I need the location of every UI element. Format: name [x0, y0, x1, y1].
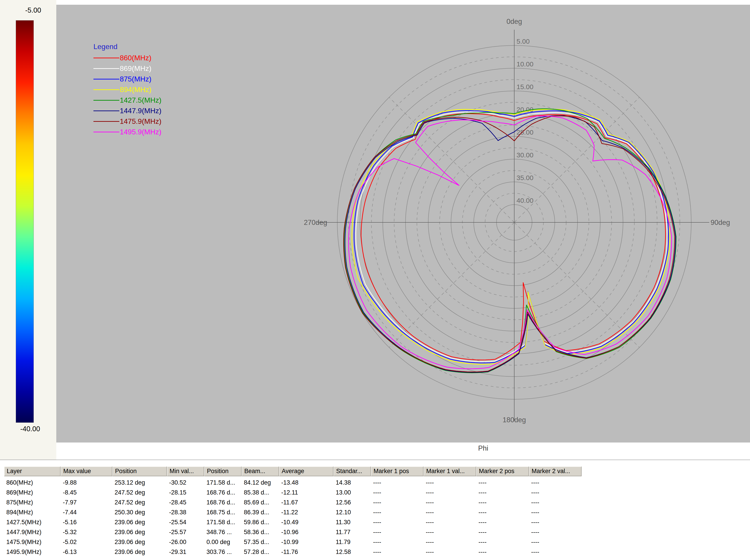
table-cell: ---- [529, 539, 581, 546]
table-cell: ---- [476, 529, 529, 536]
column-header-3[interactable]: Min val... [167, 466, 204, 476]
radial-tick-label: 15.00 [516, 83, 533, 91]
table-cell: -5.02 [61, 539, 112, 546]
table-cell: 57.35 d... [242, 539, 279, 546]
table-cell: -10.99 [279, 539, 333, 546]
table-cell: ---- [476, 499, 529, 506]
grid-radial-dashed [514, 222, 639, 347]
column-header-8[interactable]: Marker 1 pos [371, 466, 423, 476]
legend-line-swatch [94, 58, 119, 58]
table-cell: -11.76 [279, 548, 333, 556]
table-row[interactable]: 1495.9(MHz)-6.13239.06 deg-29.31303.76 .… [4, 547, 581, 557]
table-cell: -6.13 [61, 548, 112, 556]
column-header-6[interactable]: Average [279, 466, 333, 476]
table-row[interactable]: 875(MHz)-7.97247.52 deg-28.45168.76 d...… [4, 497, 581, 507]
series-trace-869(MHz) [356, 112, 667, 361]
table-cell: 250.30 deg [112, 509, 167, 516]
angle-label: 90deg [711, 219, 730, 226]
table-cell: -10.49 [279, 519, 333, 526]
radial-tick-label: 40.00 [516, 197, 533, 204]
table-cell: 303.76 ... [204, 548, 242, 556]
table-cell: 171.58 d... [204, 519, 242, 526]
table-cell: 168.76 d... [204, 499, 242, 506]
table-cell: 168.75 d... [204, 509, 242, 516]
table-cell: 253.12 deg [112, 479, 167, 486]
column-header-0[interactable]: Layer [4, 466, 61, 476]
table-cell: 1447.9(MHz) [4, 529, 61, 536]
legend-line-swatch [94, 111, 119, 111]
legend-item-label: 869(MHz) [120, 64, 151, 73]
legend-item: 1427.5(MHz) [94, 95, 161, 105]
table-cell: 860(MHz) [4, 479, 61, 486]
table-cell: ---- [476, 509, 529, 516]
results-table: 860(MHz)-9.88253.12 deg-30.52171.58 d...… [4, 478, 581, 557]
column-header-1[interactable]: Max value [61, 466, 112, 476]
column-header-9[interactable]: Marker 1 val... [423, 466, 476, 476]
table-row[interactable]: 869(MHz)-8.45247.52 deg-28.15168.76 d...… [4, 487, 581, 497]
table-row[interactable]: 1427.5(MHz)-5.16239.06 deg-25.54171.58 d… [4, 517, 581, 527]
table-cell: ---- [529, 479, 581, 486]
column-header-4[interactable]: Position [204, 466, 242, 476]
legend-item-label: 1447.9(MHz) [120, 107, 161, 115]
legend-line-swatch [94, 121, 119, 122]
table-cell: ---- [423, 499, 476, 506]
legend-item: 1495.9(MHz) [94, 127, 161, 137]
legend-item-label: 1427.5(MHz) [120, 96, 161, 104]
table-cell: 13.00 [333, 489, 371, 496]
column-header-7[interactable]: Standar... [333, 466, 371, 476]
legend-line-swatch [94, 89, 119, 90]
table-cell: 59.86 d... [242, 519, 279, 526]
table-cell: 869(MHz) [4, 489, 61, 496]
table-cell: 85.38 d... [242, 489, 279, 496]
table-row[interactable]: 1475.9(MHz)-5.02239.06 deg-26.000.00 deg… [4, 537, 581, 547]
table-cell: ---- [371, 529, 423, 536]
angle-label: 180deg [502, 416, 526, 424]
table-cell: -10.96 [279, 529, 333, 536]
column-header-2[interactable]: Position [112, 466, 167, 476]
series-trace-1427.5(MHz) [344, 109, 676, 373]
table-cell: ---- [423, 529, 476, 536]
table-cell: 171.58 d... [204, 479, 242, 486]
angle-label: 0deg [507, 18, 522, 25]
legend-line-swatch [94, 68, 119, 69]
table-cell: -8.45 [61, 489, 112, 496]
table-cell: -11.22 [279, 509, 333, 516]
table-cell: ---- [529, 509, 581, 516]
table-row[interactable]: 1447.9(MHz)-5.32239.06 deg-25.57348.76 .… [4, 527, 581, 537]
column-header-5[interactable]: Beam... [242, 466, 279, 476]
table-cell: -28.38 [167, 509, 204, 516]
app: { "colorbar": { "top_label": "-5.00", "b… [0, 0, 750, 560]
table-cell: ---- [371, 479, 423, 486]
table-cell: 239.06 deg [112, 529, 167, 536]
table-row[interactable]: 860(MHz)-9.88253.12 deg-30.52171.58 d...… [4, 478, 581, 487]
table-cell: -7.44 [61, 509, 112, 516]
legend-item: 860(MHz) [94, 53, 161, 63]
color-scale [16, 20, 34, 423]
table-cell: ---- [476, 489, 529, 496]
table-cell: 12.10 [333, 509, 371, 516]
table-cell: ---- [371, 509, 423, 516]
separator [0, 460, 750, 461]
table-cell: -26.00 [167, 539, 204, 546]
table-cell: ---- [371, 489, 423, 496]
table-cell: 0.00 deg [204, 539, 242, 546]
table-cell: -5.16 [61, 519, 112, 526]
table-cell: 84.12 deg [242, 479, 279, 486]
table-cell: 85.69 d... [242, 499, 279, 506]
table-cell: ---- [423, 509, 476, 516]
table-header-row: LayerMax valuePositionMin val...Position… [4, 466, 581, 476]
table-cell: 1495.9(MHz) [4, 548, 61, 556]
table-cell: 247.52 deg [112, 499, 167, 506]
table-cell: 1427.5(MHz) [4, 519, 61, 526]
table-cell: -9.88 [61, 479, 112, 486]
legend: Legend 860(MHz)869(MHz)875(MHz)894(MHz)1… [94, 42, 161, 137]
table-cell: ---- [423, 548, 476, 556]
table-cell: -30.52 [167, 479, 204, 486]
column-header-11[interactable]: Marker 2 val... [529, 466, 581, 476]
table-cell: ---- [476, 539, 529, 546]
table-cell: 11.79 [333, 539, 371, 546]
table-cell: -29.31 [167, 548, 204, 556]
column-header-10[interactable]: Marker 2 pos [476, 466, 529, 476]
table-row[interactable]: 894(MHz)-7.44250.30 deg-28.38168.75 d...… [4, 507, 581, 517]
table-cell: ---- [423, 479, 476, 486]
